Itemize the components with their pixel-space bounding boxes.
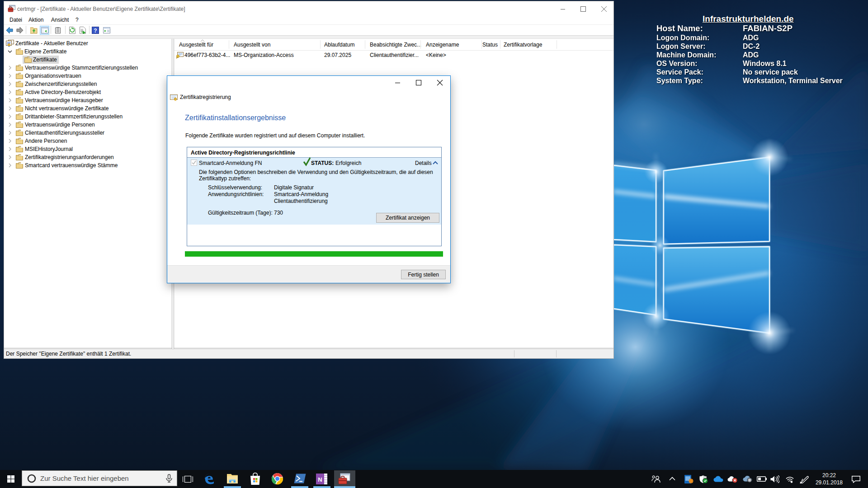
svg-text:?: ? [94, 28, 97, 34]
svg-text:N: N [318, 476, 322, 483]
